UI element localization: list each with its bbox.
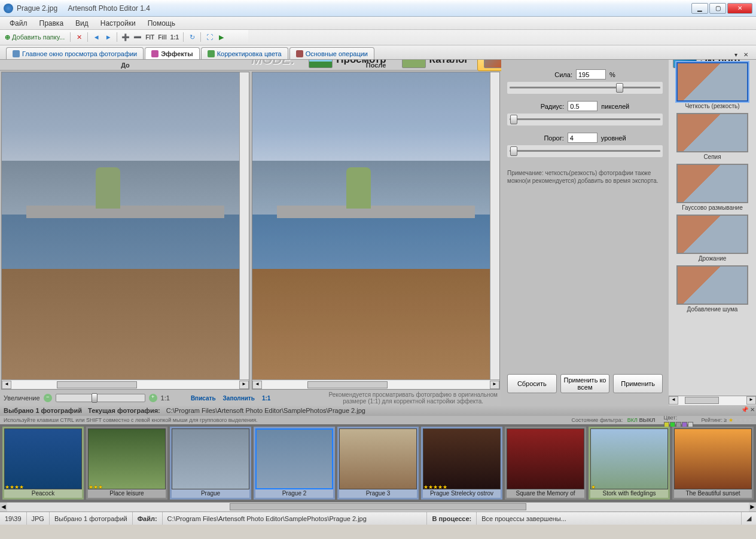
- before-hscroll[interactable]: ◄►: [2, 379, 249, 389]
- thumb-image: [507, 428, 584, 489]
- thumb-name: The Beautiful sunset: [674, 489, 752, 498]
- strength-input[interactable]: [576, 69, 606, 79]
- thumbnail-7[interactable]: ★Stork with fledglings: [589, 427, 670, 500]
- tab-main-viewer[interactable]: Главное окно просмотра фотографии: [6, 47, 144, 59]
- zoom-slider[interactable]: [56, 394, 145, 402]
- strength-slider[interactable]: [507, 82, 663, 94]
- next-icon[interactable]: ►: [103, 32, 114, 42]
- effect-thumb-icon: [676, 164, 748, 203]
- effects-hscroll[interactable]: ◄►: [669, 396, 756, 405]
- thumb-image: [172, 428, 249, 489]
- scroll-right-icon[interactable]: ►: [749, 503, 756, 512]
- threshold-label: Порог:: [544, 134, 563, 142]
- threshold-slider[interactable]: [507, 145, 663, 157]
- strength-row: Сила: %: [507, 69, 663, 94]
- thumbnail-4[interactable]: Prague 3: [337, 427, 419, 500]
- prev-icon[interactable]: ◄: [91, 32, 102, 42]
- menu-view[interactable]: Вид: [69, 18, 94, 29]
- zoom-in-icon[interactable]: ➕: [120, 32, 131, 42]
- radius-unit: пикселей: [601, 103, 629, 110]
- menu-settings[interactable]: Настройки: [94, 18, 142, 29]
- effect-name: Дрожание: [670, 255, 755, 262]
- maximize-button[interactable]: [709, 3, 726, 14]
- reset-button[interactable]: Сбросить: [507, 374, 557, 393]
- scroll-thumb[interactable]: [230, 503, 526, 510]
- tab-basic-ops[interactable]: Основные операции: [289, 47, 374, 59]
- thumbnail-2[interactable]: Prague: [170, 427, 251, 500]
- apply-all-button[interactable]: Применить ко всем: [560, 374, 610, 393]
- zoom-1to1-label: 1:1: [161, 394, 170, 402]
- resize-grip-icon[interactable]: ◢: [742, 512, 756, 525]
- tab-menu-icon[interactable]: ▾: [733, 51, 739, 58]
- thumb-stars: ★★★★: [5, 484, 24, 490]
- status-selected: Выбрано 1 фотографий: [50, 512, 133, 525]
- fill-link[interactable]: Заполнить: [221, 395, 257, 402]
- pin-icon[interactable]: 📌 ✕: [741, 406, 755, 413]
- menubar: Файл Правка Вид Настройки Помощь: [0, 17, 756, 30]
- selected-count: Выбрано 1 фотографий: [4, 407, 82, 414]
- effects-icon: [151, 50, 158, 57]
- after-vscroll[interactable]: [490, 72, 499, 379]
- effect-item-3[interactable]: Дрожание: [670, 215, 755, 262]
- tab-effects[interactable]: Эффекты: [145, 47, 199, 59]
- strength-unit: %: [609, 71, 615, 78]
- effect-item-2[interactable]: Гауссово размывание: [670, 164, 755, 211]
- effect-item-4[interactable]: Добавление шума: [670, 265, 755, 313]
- effect-thumb-icon: [676, 265, 748, 305]
- fill-button[interactable]: Fill: [157, 34, 167, 41]
- scroll-left-icon[interactable]: ◄: [0, 503, 7, 512]
- tab-close-icon[interactable]: ✕: [742, 51, 750, 58]
- delete-icon[interactable]: ✕: [74, 32, 84, 42]
- after-image-panel[interactable]: ◄►: [252, 72, 500, 390]
- add-folder-button[interactable]: ⊕Добавить папку...: [2, 33, 67, 41]
- apply-button[interactable]: Применить: [613, 374, 663, 393]
- compare-pane: До После ◄► ◄► Увеличение − + 1:1 Вписат…: [0, 60, 501, 405]
- toolbar: ⊕Добавить папку... ✕ ◄ ► ➕ ➖ FIT Fill 1:…: [0, 30, 248, 44]
- minimize-button[interactable]: [691, 3, 708, 14]
- status-process-msg: Все процессы завершены...: [477, 512, 742, 525]
- filmstrip-hscroll[interactable]: ◄ ►: [0, 502, 756, 512]
- compare-images: ◄► ◄►: [0, 71, 501, 391]
- fullscreen-icon[interactable]: ⛶: [204, 32, 215, 42]
- thumbnail-5[interactable]: ★★★★★Prague Strelecky ostrov: [421, 427, 502, 500]
- radius-input[interactable]: [568, 101, 598, 111]
- before-vscroll[interactable]: [239, 72, 249, 379]
- threshold-input[interactable]: [568, 133, 598, 143]
- thumbnail-3[interactable]: Prague 2: [254, 427, 335, 500]
- after-hscroll[interactable]: ◄►: [252, 379, 499, 389]
- radius-slider[interactable]: [507, 114, 663, 125]
- thumbnail-1[interactable]: ★★★Place leisure: [86, 427, 167, 500]
- status-format: JPG: [27, 512, 50, 525]
- thumbnail-8[interactable]: The Beautiful sunset: [672, 427, 754, 500]
- before-image-panel[interactable]: ◄►: [1, 72, 249, 390]
- before-label: До: [0, 60, 251, 70]
- fit-button[interactable]: FIT: [144, 34, 156, 41]
- zoom-out-button[interactable]: −: [44, 394, 52, 402]
- zoom-in-button[interactable]: +: [149, 394, 157, 402]
- threshold-row: Порог: уровней: [507, 133, 663, 157]
- fit-link[interactable]: Вписать: [189, 395, 218, 402]
- one-to-one-button[interactable]: 1:1: [169, 34, 180, 41]
- filter-state-label: Состояние фильтра:: [571, 417, 623, 423]
- thumb-name: Peacock: [4, 489, 82, 498]
- effect-params-pane: Сила: % Радиус: пикселей Порог: уровней …: [501, 60, 669, 405]
- thumbnail-6[interactable]: Square the Memory of: [505, 427, 586, 500]
- one-to-one-link[interactable]: 1:1: [260, 395, 272, 402]
- menu-help[interactable]: Помощь: [142, 18, 181, 29]
- close-button[interactable]: [727, 3, 752, 14]
- filter-on[interactable]: ВКЛ: [627, 417, 638, 423]
- effect-item-0[interactable]: Четкость (резкость): [670, 62, 755, 109]
- menu-edit[interactable]: Правка: [33, 18, 70, 29]
- thumb-name: Prague Strelecky ostrov: [423, 489, 501, 498]
- play-icon[interactable]: ▶: [216, 32, 227, 42]
- zoom-out-icon[interactable]: ➖: [132, 32, 143, 42]
- rating-stars[interactable]: ★★★★★: [728, 417, 752, 423]
- filter-off[interactable]: ВЫКЛ: [639, 417, 655, 423]
- effect-item-1[interactable]: Сепия: [670, 113, 755, 160]
- thumb-image: [255, 428, 333, 489]
- radius-label: Радиус:: [541, 103, 565, 110]
- menu-file[interactable]: Файл: [4, 18, 33, 29]
- thumbnail-0[interactable]: ★★★★Peacock: [2, 427, 84, 500]
- tab-color-correction[interactable]: Корректировка цвета: [201, 47, 288, 59]
- rotate-icon[interactable]: ↻: [187, 32, 197, 42]
